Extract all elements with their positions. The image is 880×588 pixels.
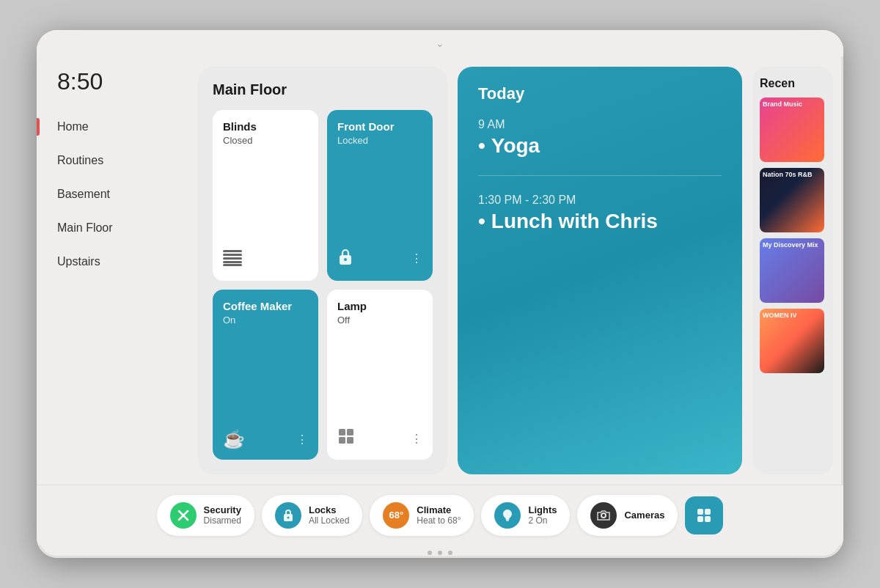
recent-thumb-2[interactable]: Nation 70s R&B: [760, 168, 824, 232]
today-card: Today 9 AM • Yoga 1:30 PM - 2:30 PM • Lu…: [458, 67, 742, 474]
front-door-more-icon[interactable]: ⋮: [411, 251, 422, 265]
grid-icon-button[interactable]: [685, 496, 723, 534]
svg-point-17: [602, 514, 605, 517]
yoga-time: 9 AM: [478, 118, 722, 131]
svg-rect-10: [347, 437, 353, 444]
cameras-pill[interactable]: Cameras: [577, 495, 678, 536]
security-pill[interactable]: Security Disarmed: [157, 495, 254, 536]
climate-value: Heat to 68°: [417, 515, 461, 526]
event-yoga: 9 AM • Yoga: [478, 118, 722, 158]
lights-text: Lights 2 On: [528, 504, 557, 526]
coffee-icon: ☕: [223, 429, 245, 449]
locks-name: Locks: [309, 504, 349, 515]
svg-rect-19: [705, 509, 711, 515]
sidebar-item-basement[interactable]: Basement: [37, 177, 198, 211]
blinds-icon: [223, 250, 242, 271]
recent-thumb-3[interactable]: My Discovery Mix: [760, 238, 824, 303]
bottom-bar: Security Disarmed Locks All Locked 68°: [37, 485, 843, 545]
svg-rect-15: [506, 520, 509, 521]
sidebar-label-basement: Basement: [57, 188, 110, 201]
dot-3: [448, 551, 452, 555]
sidebar-item-routines[interactable]: Routines: [37, 144, 198, 177]
lamp-name: Lamp: [337, 300, 422, 313]
security-name: Security: [204, 504, 241, 515]
main-floor-title: Main Floor: [213, 81, 433, 98]
climate-name: Climate: [417, 504, 461, 515]
coffee-maker-more-icon[interactable]: ⋮: [296, 433, 308, 446]
event-lunch: 1:30 PM - 2:30 PM • Lunch with Chris: [478, 194, 722, 233]
svg-rect-4: [223, 264, 242, 266]
lamp-more-icon[interactable]: ⋮: [411, 432, 422, 446]
lights-value: 2 On: [528, 515, 557, 526]
recent-label-2: Nation 70s R&B: [760, 168, 824, 182]
chevron-down-icon: ⌄: [436, 37, 444, 49]
dot-2: [438, 551, 442, 555]
sidebar: 8:50 Home Routines Basement Main Floor U…: [37, 56, 198, 485]
page-dots: [37, 545, 843, 558]
front-door-tile[interactable]: Front Door Locked ⋮: [327, 110, 433, 281]
locks-value: All Locked: [309, 515, 349, 526]
recent-label-1: Brand Music: [760, 98, 824, 111]
svg-rect-8: [347, 429, 353, 436]
locks-icon: [275, 502, 301, 529]
sidebar-item-home[interactable]: Home: [37, 110, 198, 144]
svg-rect-18: [697, 509, 703, 515]
lamp-status: Off: [337, 315, 422, 326]
locks-pill[interactable]: Locks All Locked: [262, 495, 362, 536]
recent-label-4: WOMEN IV: [760, 309, 824, 323]
locks-text: Locks All Locked: [309, 504, 349, 526]
sidebar-label-home: Home: [57, 120, 89, 133]
svg-rect-1: [223, 254, 242, 256]
bullet-icon-2: •: [478, 210, 485, 233]
front-door-status: Locked: [337, 135, 422, 146]
security-icon: [170, 502, 197, 529]
device-grid: Blinds Closed: [213, 110, 433, 460]
climate-text: Climate Heat to 68°: [417, 504, 461, 526]
climate-icon: 68°: [383, 502, 409, 529]
security-text: Security Disarmed: [204, 504, 241, 526]
top-bar: ⌄: [37, 30, 843, 56]
coffee-maker-name: Coffee Maker: [223, 300, 308, 313]
recent-title: Recen: [760, 77, 826, 90]
blinds-tile[interactable]: Blinds Closed: [213, 110, 318, 281]
svg-point-14: [287, 516, 289, 518]
yoga-title: • Yoga: [478, 134, 722, 158]
device-frame: ⌄ 8:50 Home Routines Basement Main Floor…: [37, 30, 843, 558]
sidebar-label-mainfloor: Main Floor: [57, 221, 113, 235]
blinds-status: Closed: [223, 135, 308, 146]
svg-rect-21: [705, 516, 711, 522]
sidebar-item-upstairs[interactable]: Upstairs: [37, 245, 198, 279]
recent-thumb-1[interactable]: Brand Music: [760, 98, 824, 162]
lights-icon: [494, 502, 521, 529]
lights-name: Lights: [528, 504, 557, 515]
recent-card: Recen Brand Music Nation 70s R&B My Disc…: [752, 67, 833, 474]
coffee-maker-status: On: [223, 315, 308, 326]
main-floor-card: Main Floor Blinds Closed: [198, 67, 447, 474]
dot-1: [428, 551, 432, 555]
coffee-maker-tile[interactable]: Coffee Maker On ☕ ⋮: [213, 290, 318, 460]
bullet-icon: •: [478, 134, 485, 158]
svg-point-6: [344, 258, 347, 261]
today-label: Today: [478, 84, 722, 103]
lock-icon: [337, 247, 353, 271]
lunch-title: • Lunch with Chris: [478, 210, 722, 233]
sidebar-item-mainfloor[interactable]: Main Floor: [37, 211, 198, 245]
lunch-time: 1:30 PM - 2:30 PM: [478, 194, 722, 207]
recent-thumb-4[interactable]: WOMEN IV: [760, 309, 824, 373]
sidebar-label-routines: Routines: [57, 154, 103, 167]
svg-rect-9: [339, 437, 345, 444]
main-area: 8:50 Home Routines Basement Main Floor U…: [37, 56, 843, 485]
cameras-text: Cameras: [624, 510, 664, 521]
cameras-icon: [590, 502, 617, 529]
climate-pill[interactable]: 68° Climate Heat to 68°: [370, 495, 474, 536]
security-value: Disarmed: [204, 515, 241, 526]
time-display: 8:50: [37, 68, 198, 110]
lights-pill[interactable]: Lights 2 On: [481, 495, 570, 536]
event-divider: [478, 175, 722, 176]
recent-label-3: My Discovery Mix: [760, 238, 824, 252]
svg-rect-20: [697, 516, 703, 522]
svg-rect-3: [223, 261, 242, 263]
content-area: Main Floor Blinds Closed: [198, 56, 843, 485]
lamp-icon: [337, 427, 355, 449]
lamp-tile[interactable]: Lamp Off: [327, 290, 433, 460]
